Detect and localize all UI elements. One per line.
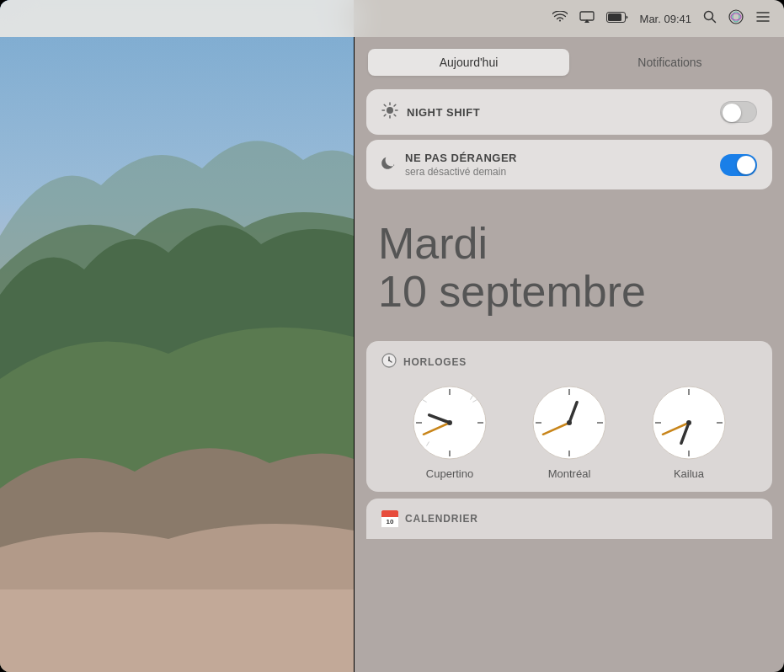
night-shift-toggle[interactable]	[720, 101, 757, 123]
clocks-widget: HORLOGES	[366, 341, 772, 492]
clock-widget-icon	[381, 353, 397, 371]
date-full: 10 septembre	[378, 268, 760, 316]
svg-point-23	[388, 360, 390, 361]
do-not-disturb-row: NE PAS DÉRANGER sera désactivé demain	[381, 152, 757, 178]
clocks-header: HORLOGES	[381, 353, 757, 371]
svg-line-16	[384, 104, 386, 106]
svg-point-11	[387, 107, 393, 114]
siri-icon[interactable]	[728, 9, 744, 28]
do-not-disturb-subtitle: sera désactivé demain	[405, 166, 517, 178]
night-shift-card: NIGHT SHIFT	[366, 89, 772, 135]
svg-text:10: 10	[387, 518, 394, 525]
night-shift-left: NIGHT SHIFT	[381, 102, 480, 123]
tabs-bar: Aujourd'hui Notifications	[355, 37, 784, 84]
svg-point-36	[447, 420, 452, 425]
night-shift-row: NIGHT SHIFT	[381, 101, 757, 123]
svg-line-19	[384, 115, 386, 116]
do-not-disturb-card: NE PAS DÉRANGER sera désactivé demain	[366, 140, 772, 189]
svg-rect-3	[608, 13, 621, 21]
do-not-disturb-title: NE PAS DÉRANGER	[405, 152, 517, 164]
sun-icon	[381, 102, 398, 123]
clocks-row: Cupertino	[381, 385, 757, 480]
night-shift-knob	[723, 104, 741, 122]
svg-point-52	[686, 420, 691, 425]
notification-center-icon[interactable]	[755, 11, 771, 26]
airplay-icon[interactable]	[579, 11, 595, 26]
clock-kailua: Kailua	[651, 385, 727, 480]
svg-line-17	[394, 115, 396, 116]
svg-rect-56	[381, 514, 398, 517]
tab-notifications[interactable]: Notifications	[569, 49, 771, 76]
svg-point-44	[567, 420, 572, 425]
clock-kailua-face	[651, 385, 727, 461]
desktop-background	[0, 0, 354, 672]
battery-icon[interactable]	[606, 11, 628, 26]
menu-bar-right: Mar. 09:41	[552, 9, 771, 28]
date-section: Mardi 10 septembre	[355, 195, 784, 336]
clock-montreal-label: Montréal	[548, 467, 591, 480]
clock-cupertino: Cupertino	[412, 385, 488, 480]
wifi-icon[interactable]	[552, 11, 568, 26]
search-icon[interactable]	[703, 10, 717, 27]
calendar-widget-header: 10 CALENDRIER	[366, 499, 772, 539]
do-not-disturb-text: NE PAS DÉRANGER sera désactivé demain	[405, 152, 517, 178]
menu-bar-datetime: Mar. 09:41	[640, 13, 691, 25]
moon-icon	[381, 156, 397, 174]
clock-kailua-label: Kailua	[674, 467, 704, 480]
clock-cupertino-label: Cupertino	[426, 467, 473, 480]
calendar-title: CALENDRIER	[405, 513, 478, 525]
notification-panel: Aujourd'hui Notifications	[355, 37, 784, 672]
tab-today[interactable]: Aujourd'hui	[368, 49, 569, 76]
clock-montreal-face	[531, 385, 607, 461]
svg-rect-1	[580, 12, 594, 20]
clock-cupertino-face	[412, 385, 488, 461]
do-not-disturb-left: NE PAS DÉRANGER sera désactivé demain	[381, 152, 517, 178]
clocks-title: HORLOGES	[403, 356, 467, 368]
menu-bar: Mar. 09:41	[0, 0, 784, 37]
date-day: Mardi	[378, 220, 760, 268]
night-shift-title: NIGHT SHIFT	[407, 106, 480, 119]
do-not-disturb-toggle[interactable]	[720, 154, 757, 176]
svg-line-18	[394, 104, 396, 106]
do-not-disturb-knob	[737, 156, 755, 174]
clock-montreal: Montréal	[531, 385, 607, 480]
calendar-icon: 10	[381, 510, 398, 527]
